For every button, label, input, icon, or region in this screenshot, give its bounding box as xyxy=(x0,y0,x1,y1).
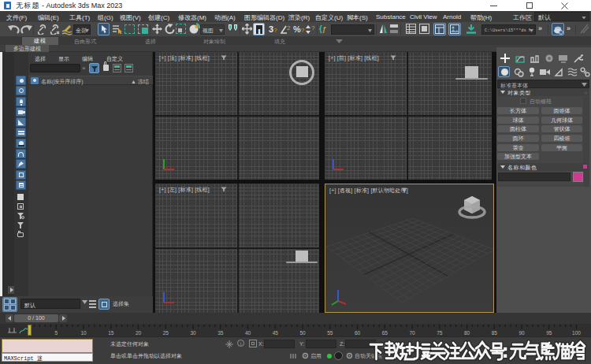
svg-text:10: 10 xyxy=(80,330,87,336)
svg-text:75: 75 xyxy=(437,330,443,336)
svg-text:45: 45 xyxy=(273,330,279,336)
svg-text:95: 95 xyxy=(546,330,552,336)
svg-text:65: 65 xyxy=(382,330,388,336)
svg-text:30: 30 xyxy=(190,330,196,336)
svg-text:50: 50 xyxy=(299,330,306,336)
svg-text:60: 60 xyxy=(355,330,361,336)
svg-text:15: 15 xyxy=(108,330,114,336)
svg-text:90: 90 xyxy=(519,330,525,336)
svg-text:35: 35 xyxy=(217,330,224,336)
svg-text:5: 5 xyxy=(54,330,58,336)
svg-text:20: 20 xyxy=(136,330,142,336)
svg-text:40: 40 xyxy=(245,330,251,336)
svg-text:80: 80 xyxy=(464,330,470,336)
svg-text:100: 100 xyxy=(572,330,581,336)
svg-text:25: 25 xyxy=(163,330,169,336)
svg-text:85: 85 xyxy=(492,330,498,336)
svg-text:55: 55 xyxy=(327,330,333,336)
svg-text:70: 70 xyxy=(409,330,415,336)
